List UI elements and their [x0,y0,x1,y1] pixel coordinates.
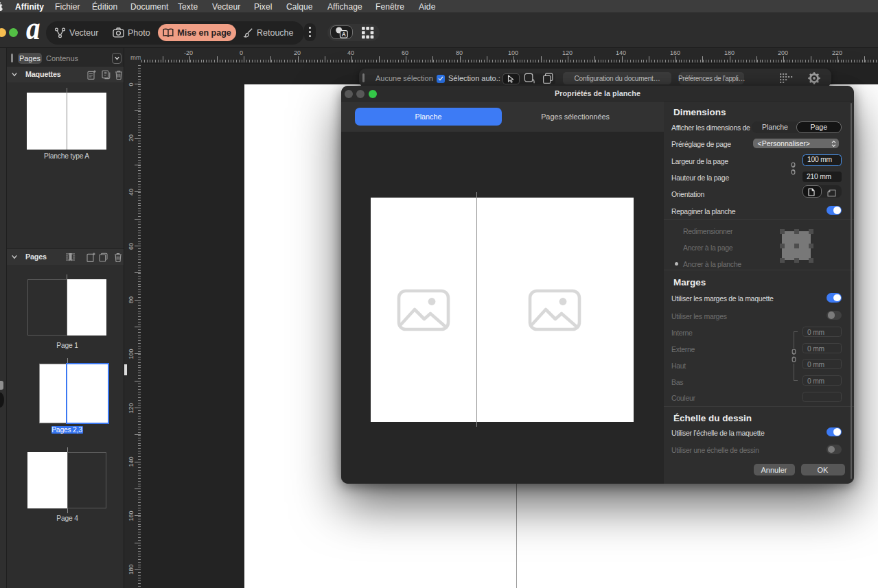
svg-text:A: A [342,31,346,38]
